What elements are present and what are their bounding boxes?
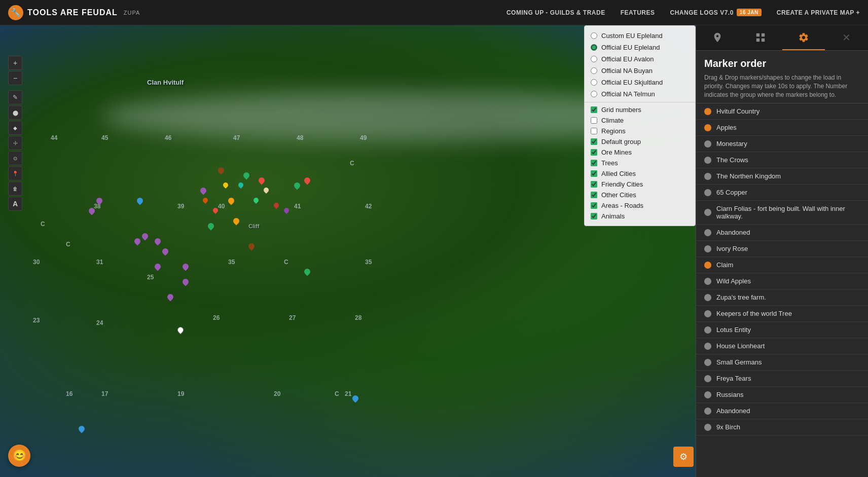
marker-list-item[interactable]: Ciarn Folias - fort being built. Wall wi… [696,201,868,225]
marker-button[interactable]: ☩ [8,136,22,150]
zoom-in-button[interactable]: + [8,56,22,70]
layer-official-buyan[interactable]: Official NA Buyan [585,65,695,77]
check-grid-numbers-input[interactable] [591,106,597,113]
tab-grid[interactable] [739,25,782,50]
marker-list-item[interactable]: Small Germans [696,354,868,371]
marker-list-item[interactable]: Freya Tears [696,371,868,387]
layer-custom-eu-radio[interactable] [591,32,597,39]
marker-list-item[interactable]: Claim [696,257,868,273]
layer-official-telmun[interactable]: Official NA Telmun [585,88,695,100]
marker-name: Lotus Entity [716,326,860,334]
nav-create-map[interactable]: CREATE A PRIVATE MAP + [777,9,860,16]
marker-list-item[interactable]: Abandoned [696,225,868,241]
check-regions[interactable]: Regions [585,126,695,136]
grid-num: C [66,241,70,248]
check-trees-input[interactable] [591,160,597,166]
marker-list-item[interactable]: Zupa's tree farm. [696,289,868,306]
marker-name: The Northen Kingdom [716,172,860,180]
check-ore-mines[interactable]: Ore Mines [585,147,695,158]
grid-num: C [41,221,45,228]
check-areas-roads[interactable]: Areas - Roads [585,200,695,211]
layer-official-buyan-radio[interactable] [591,67,597,74]
marker-list-item[interactable]: Hvitulf Country [696,103,868,120]
check-climate[interactable]: Climate [585,115,695,126]
tab-settings[interactable] [782,25,825,50]
app-logo: 🔧 TOOLS ARE FEUDAL Zupa [8,5,140,20]
layer-official-skjultland[interactable]: Official EU Skjultland [585,77,695,88]
marker-name: Zupa's tree farm. [716,293,860,301]
layer-official-buyan-label: Official NA Buyan [601,67,653,75]
nav-coming-up[interactable]: COMING UP - GUILDS & TRADE [507,9,605,16]
check-ore-mines-input[interactable] [591,149,597,156]
marker-list-item[interactable]: House Lionheart [696,338,868,354]
marker-list-item[interactable]: Monestary [696,136,868,152]
draw-line-button[interactable]: ✎ [8,90,22,104]
grid-num: 35 [228,259,235,266]
marker-list-item[interactable]: Ivory Rose [696,241,868,257]
grid-num: 47 [233,134,240,141]
grid-num: 21 [345,390,351,397]
map-settings-button[interactable]: ⚙ [673,447,694,467]
marker-list-item[interactable]: Wild Apples [696,273,868,289]
layer-official-avalon[interactable]: Official EU Avalon [585,53,695,65]
check-allied-cities[interactable]: Allied Cities [585,168,695,179]
marker-list-item[interactable]: The Northen Kingdom [696,168,868,185]
marker-list-item[interactable]: Keepers of the world Tree [696,306,868,322]
emoji-button[interactable]: 😊 [8,445,30,467]
tab-markers[interactable] [696,25,739,50]
marker-list-item[interactable]: The Crows [696,152,868,168]
check-animals[interactable]: Animals [585,211,695,222]
marker-list-item[interactable]: 9x Birch [696,419,868,435]
layer-official-skjultland-radio[interactable] [591,79,597,86]
check-climate-input[interactable] [591,117,597,124]
marker-list-item[interactable]: Apples [696,120,868,136]
check-other-cities[interactable]: Other Cities [585,190,695,200]
marker-list-item[interactable]: 65 Copper [696,185,868,201]
location-button[interactable]: ⊙ [8,151,22,165]
delete-button[interactable]: 🗑 [8,181,22,196]
layer-official-eu-radio[interactable] [591,44,597,51]
marker-dot [704,359,711,366]
grid-num: 39 [177,203,184,210]
grid-num: 42 [365,203,372,210]
marker-list-item[interactable]: Russians [696,387,868,403]
draw-polygon-button[interactable]: ◆ [8,121,22,135]
check-grid-numbers[interactable]: Grid numbers [585,104,695,115]
check-areas-roads-input[interactable] [591,202,597,209]
check-regions-input[interactable] [591,128,597,134]
draw-circle-button[interactable]: ⬤ [8,105,22,120]
check-friendly-cities-input[interactable] [591,181,597,188]
layer-official-eu[interactable]: Official EU Epleland [585,42,695,53]
marker-list-item[interactable]: Lotus Entity [696,322,868,338]
marker-list[interactable]: Hvitulf CountryApplesMonestaryThe CrowsT… [696,103,868,477]
layer-official-telmun-radio[interactable] [591,91,597,97]
text-button[interactable]: A [8,197,22,211]
check-friendly-cities[interactable]: Friendly Cities [585,179,695,190]
tab-extra[interactable]: ✕ [825,25,868,50]
pin-button[interactable]: 📍 [8,166,22,180]
layer-official-avalon-radio[interactable] [591,56,597,62]
zoom-out-button[interactable]: − [8,71,22,85]
marker-name: Hvitulf Country [716,107,860,115]
check-trees-label: Trees [601,159,618,167]
check-grid-numbers-label: Grid numbers [601,106,641,114]
grid-num: 40 [218,203,225,210]
layer-custom-eu[interactable]: Custom EU Epleland [585,30,695,42]
marker-dot [704,157,711,164]
marker-dot [704,173,711,180]
check-other-cities-input[interactable] [591,192,597,198]
check-default-group[interactable]: Default group [585,136,695,147]
nav-changelog[interactable]: CHANGE LOGS V7.0 16 JAN [670,9,761,16]
check-allied-cities-input[interactable] [591,170,597,177]
check-climate-label: Climate [601,117,624,124]
marker-name: Ivory Rose [716,245,860,252]
check-animals-input[interactable] [591,213,597,219]
marker-dot [704,108,711,115]
layer-official-avalon-label: Official EU Avalon [601,55,654,63]
nav-features[interactable]: FEATURES [621,9,655,16]
check-trees[interactable]: Trees [585,158,695,168]
grid-num: 20 [274,390,280,397]
marker-list-item[interactable]: Abandoned [696,403,868,419]
marker-name: Monestary [716,140,860,148]
check-default-group-input[interactable] [591,138,597,145]
